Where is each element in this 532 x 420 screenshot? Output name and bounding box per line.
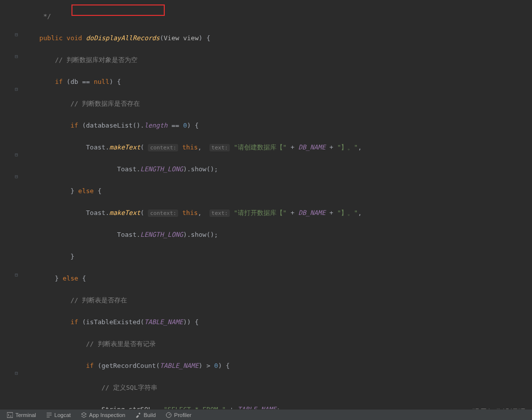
status-label: Logcat (55, 412, 71, 418)
method-name: doDisplayAllRecords (86, 34, 160, 42)
svg-rect-0 (7, 413, 13, 418)
profiler-tab[interactable]: Profiler (161, 412, 197, 418)
comment: // 判断数据库是否存在 (70, 100, 140, 107)
terminal-tab[interactable]: Terminal (2, 412, 41, 418)
comment: // 判断数据库对象是否为空 (55, 56, 137, 64)
comment-close: */ (43, 12, 51, 20)
status-label: Profiler (174, 412, 192, 418)
status-bar: Terminal Logcat App Inspection Build Pro… (0, 409, 532, 420)
hammer-icon (135, 412, 141, 418)
status-label: Terminal (15, 412, 36, 418)
comment: // 定义SQL字符串 (102, 384, 157, 391)
comment: // 判断表里是否有记录 (86, 340, 155, 348)
layers-icon (81, 412, 87, 418)
gutter: ⊟ ⊟ ⊟ ⊟ ⊟ ⊟ ⊟ (0, 0, 22, 409)
terminal-icon (7, 412, 13, 418)
method-mods: public void (39, 34, 82, 42)
logcat-icon (46, 412, 52, 418)
build-tab[interactable]: Build (130, 412, 160, 418)
app-inspection-tab[interactable]: App Inspection (76, 412, 131, 418)
status-label: App Inspection (89, 412, 126, 418)
status-label: Build (143, 412, 155, 418)
code-block: */ public void doDisplayAllRecords(View … (24, 0, 532, 409)
method-param: View view (164, 34, 199, 42)
code-editor[interactable]: ⊟ ⊟ ⊟ ⊟ ⊟ ⊟ ⊟ */ public void doDisplayAl… (0, 0, 532, 409)
comment: // 判断表是否存在 (70, 296, 127, 304)
logcat-tab[interactable]: Logcat (41, 412, 76, 418)
gauge-icon (166, 412, 172, 418)
